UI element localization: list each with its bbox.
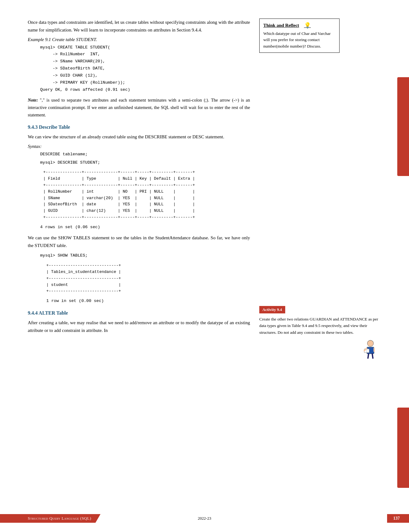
syntax-label: Syntax:	[28, 144, 250, 149]
page-footer: Structured Query Language (SQL) 2022-23 …	[0, 514, 409, 523]
show-rows-set: 1 row in set (0.00 sec)	[46, 298, 250, 305]
activity-9-4-wrapper: Activity 9.4 Create the other two relati…	[259, 306, 380, 360]
section-944-para1: After creating a table, we may realise t…	[28, 319, 250, 334]
example-label: Example 9.1 Create table STUDENT.	[28, 37, 250, 42]
describe-cmd: mysql> DESCRIBE STUDENT;	[40, 159, 250, 166]
section-943-heading: 9.4.3 Describe Table	[28, 124, 250, 130]
red-tab-top	[397, 77, 409, 176]
note-block: Note: "," is used to separate two attrib…	[28, 97, 250, 119]
svg-point-0	[367, 340, 374, 346]
create-table-code: mysql> CREATE TABLE STUDENT( -> RollNumb…	[40, 44, 250, 94]
activity-content: Create the other two relations GUARDIAN …	[259, 316, 380, 336]
lightbulb-icon: 💡	[304, 22, 311, 29]
syntax-code: DESCRIBE tablename;	[40, 151, 250, 158]
think-reflect-box: Think and Reflect 💡 Which datatype out o…	[259, 19, 340, 53]
note-label: Note:	[28, 98, 38, 103]
show-tables-cmd: mysql> SHOW TABLES;	[40, 252, 250, 259]
think-reflect-title: Think and Reflect 💡	[263, 22, 336, 29]
footer-year: 2022-23	[198, 516, 211, 521]
svg-line-6	[368, 354, 369, 358]
svg-line-7	[372, 354, 373, 358]
section-943-para1: We can view the structure of an already …	[28, 133, 250, 141]
red-tab-bottom	[397, 408, 409, 488]
show-tables-para: We can use the SHOW TABLES statement to …	[28, 234, 250, 249]
think-reflect-content: Which datatype out of Char and Varchar w…	[263, 31, 336, 49]
intro-paragraph: Once data types and constraints are iden…	[28, 19, 250, 34]
student-illustration	[361, 339, 380, 359]
note-content: "," is used to separate two attributes a…	[28, 98, 250, 117]
activity-icon	[259, 339, 380, 360]
think-reflect-label: Think and Reflect	[263, 23, 299, 28]
describe-table: +---------------+--------------+------+-…	[43, 169, 250, 220]
section-944-heading: 9.4.4 ALTER Table	[28, 310, 250, 316]
right-sidebar: Think and Reflect 💡 Which datatype out o…	[259, 19, 380, 360]
activity-label: Activity 9.4	[259, 306, 285, 313]
footer-left-label: Structured Query Language (SQL)	[0, 514, 101, 523]
rows-set: 4 rows in set (0.06 sec)	[40, 224, 250, 231]
footer-page-number: 137	[387, 514, 409, 523]
show-tables-output: +-----------------------------+ | Tables…	[46, 262, 250, 295]
page-container: Once data types and constraints are iden…	[0, 0, 409, 532]
activity-box: Activity 9.4 Create the other two relati…	[259, 306, 380, 360]
main-content: Once data types and constraints are iden…	[28, 19, 250, 337]
